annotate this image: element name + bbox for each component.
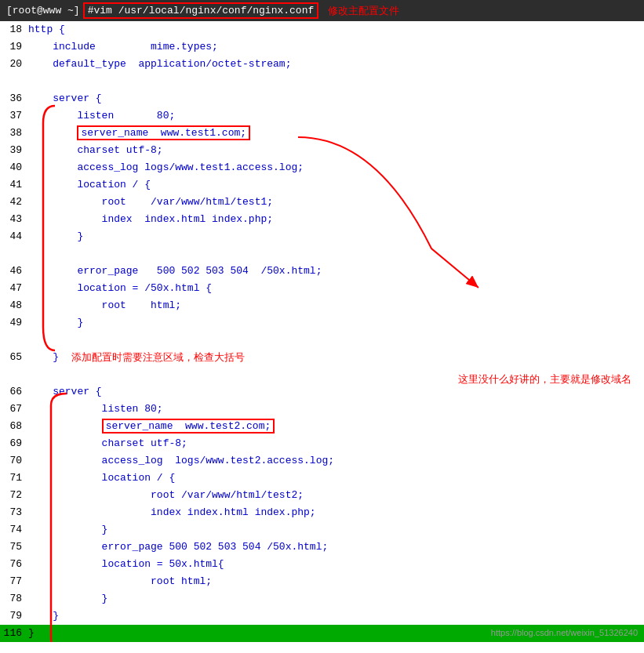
code-line-44: 44 } <box>0 228 644 245</box>
line-code: listen 80; <box>28 107 175 125</box>
line-code: index index.html index.php; <box>28 211 273 228</box>
line-num: 37 <box>0 107 28 125</box>
line-code: location / { <box>28 176 151 194</box>
top-annotation: 修改主配置文件 <box>328 4 399 18</box>
add-note-annotation: 添加配置时需要注意区域，检查大括号 <box>71 349 245 366</box>
line-code: root /var/www/html/test1; <box>28 194 273 211</box>
line-code: charset utf-8; <box>28 142 163 159</box>
code-line-78: 78 } <box>0 590 644 608</box>
line-num: 39 <box>0 142 28 159</box>
line-num: 77 <box>0 573 28 590</box>
line-code: location = /50x.html { <box>28 280 212 297</box>
line-num: 36 <box>0 90 28 107</box>
line-num: 41 <box>0 176 28 194</box>
line-num: 20 <box>0 56 28 73</box>
top-bar: [root@www ~] #vim /usr/local/nginx/conf/… <box>0 0 644 21</box>
code-line-18: 18 http { <box>0 21 644 38</box>
code-line-71: 71 location / { <box>0 470 644 487</box>
line-num: 47 <box>0 280 28 297</box>
watermark: https://blog.csdn.net/weixin_51326240 <box>491 628 638 637</box>
line-num: 19 <box>0 38 28 56</box>
code-area: 18 http { 19 include mime.types; 20 defa… <box>0 21 644 642</box>
code-line-76: 76 location = 50x.html{ <box>0 556 644 573</box>
line-code: } <box>28 349 59 366</box>
code-line-74: 74 } <box>0 521 644 539</box>
line-code: error_page 500 502 503 504 /50x.html; <box>28 263 322 280</box>
code-line-75: 75 error_page 500 502 503 504 /50x.html; <box>0 539 644 556</box>
line-code: } <box>28 608 59 625</box>
code-line-46: 46 error_page 500 502 503 504 /50x.html; <box>0 263 644 280</box>
line-num: 44 <box>0 228 28 245</box>
code-line-41: 41 location / { <box>0 176 644 194</box>
line-code: server { <box>28 383 102 401</box>
line-code: root html; <box>28 573 212 590</box>
line-code: access_log logs/www.test1.access.log; <box>28 159 304 176</box>
line-num: 46 <box>0 263 28 280</box>
line-num: 67 <box>0 401 28 418</box>
terminal-window: [root@www ~] #vim /usr/local/nginx/conf/… <box>0 0 644 653</box>
blank-line <box>0 245 644 263</box>
line-num: 75 <box>0 539 28 556</box>
code-line-77: 77 root html; <box>0 573 644 590</box>
line-num: 116 <box>0 625 28 642</box>
line-num: 71 <box>0 470 28 487</box>
code-line-49: 49 } <box>0 314 644 332</box>
code-line-79: 79 } <box>0 608 644 625</box>
code-line-19: 19 include mime.types; <box>0 38 644 56</box>
code-line-67: 67 listen 80; <box>0 401 644 418</box>
code-line-20: 20 default_type application/octet-stream… <box>0 56 644 73</box>
line-code: default_type application/octet-stream; <box>28 56 291 73</box>
code-line-70: 70 access_log logs/www.test2.access.log; <box>0 452 644 470</box>
command-text: #vim /usr/local/nginx/conf/nginx.conf <box>83 2 319 19</box>
line-code: listen 80; <box>28 401 163 418</box>
blank-line <box>0 332 644 349</box>
line-num: 40 <box>0 159 28 176</box>
domain-annotation: 这里没什么好讲的，主要就是修改域名 <box>458 372 631 386</box>
shell-prompt: [root@www ~] <box>6 5 80 16</box>
line-code: } <box>28 228 83 245</box>
line-num: 74 <box>0 521 28 539</box>
line-num: 69 <box>0 435 28 452</box>
code-line-69: 69 charset utf-8; <box>0 435 644 452</box>
blank-line <box>0 73 644 90</box>
code-line-38: 38 server_name www.test1.com; <box>0 125 644 142</box>
line-code: root html; <box>28 297 181 314</box>
line-num: 72 <box>0 487 28 504</box>
code-line-43: 43 index index.html index.php; <box>0 211 644 228</box>
line-code: charset utf-8; <box>28 435 187 452</box>
code-line-47: 47 location = /50x.html { <box>0 280 644 297</box>
line-num: 79 <box>0 608 28 625</box>
line-num: 65 <box>0 349 28 366</box>
line-code: index index.html index.php; <box>28 504 316 521</box>
code-line-37: 37 listen 80; <box>0 107 644 125</box>
line-num: 43 <box>0 211 28 228</box>
line-num: 49 <box>0 314 28 332</box>
code-line-36: 36 server { <box>0 90 644 107</box>
line-num: 73 <box>0 504 28 521</box>
line-num: 76 <box>0 556 28 573</box>
line-code: server { <box>28 90 102 107</box>
code-line-40: 40 access_log logs/www.test1.access.log; <box>0 159 644 176</box>
code-line-73: 73 index index.html index.php; <box>0 504 644 521</box>
line-code: } <box>28 590 107 608</box>
line-code: location / { <box>28 470 175 487</box>
code-line-42: 42 root /var/www/html/test1; <box>0 194 644 211</box>
line-code: location = 50x.html{ <box>28 556 224 573</box>
line-code: } <box>28 625 35 642</box>
code-line-39: 39 charset utf-8; <box>0 142 644 159</box>
line-code: include mime.types; <box>28 38 218 56</box>
line-num: 38 <box>0 125 28 142</box>
line-code: error_page 500 502 503 504 /50x.html; <box>28 539 328 556</box>
code-line-68: 68 server_name www.test2.com; <box>0 418 644 435</box>
code-line-48: 48 root html; <box>0 297 644 314</box>
line-num: 42 <box>0 194 28 211</box>
code-line-72: 72 root /var/www/html/test2; <box>0 487 644 504</box>
line-code: } <box>28 314 83 332</box>
line-num: 66 <box>0 383 28 401</box>
line-code: root /var/www/html/test2; <box>28 487 304 504</box>
line-code: server_name www.test1.com; <box>28 125 250 142</box>
line-code: http { <box>28 21 65 38</box>
line-num: 68 <box>0 418 28 435</box>
line-num: 70 <box>0 452 28 470</box>
code-line-65: 65 } 添加配置时需要注意区域，检查大括号 <box>0 349 644 366</box>
